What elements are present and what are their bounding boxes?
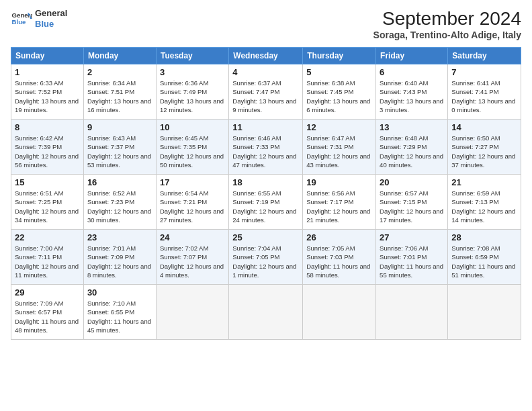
day-info: Sunrise: 7:06 AMSunset: 7:01 PMDaylight:… (380, 244, 444, 279)
day-info: Sunrise: 7:00 AMSunset: 7:11 PMDaylight:… (15, 244, 80, 279)
day-number: 2 (87, 67, 152, 77)
calendar-cell: 8Sunrise: 6:42 AMSunset: 7:39 PMDaylight… (11, 120, 84, 175)
day-number: 26 (306, 232, 372, 242)
day-info: Sunrise: 6:46 AMSunset: 7:33 PMDaylight:… (232, 134, 299, 169)
calendar-cell: 30Sunrise: 7:10 AMSunset: 6:55 PMDayligh… (83, 285, 156, 340)
weekday-header-tuesday: Tuesday (156, 48, 228, 64)
title-block: September 2024 Soraga, Trentino-Alto Adi… (373, 8, 521, 40)
day-info: Sunrise: 6:40 AMSunset: 7:43 PMDaylight:… (380, 79, 444, 114)
day-number: 12 (306, 122, 372, 132)
day-info: Sunrise: 6:50 AMSunset: 7:27 PMDaylight:… (451, 134, 517, 169)
day-number: 3 (160, 67, 225, 77)
calendar-cell (303, 285, 376, 340)
location-title: Soraga, Trentino-Alto Adige, Italy (373, 30, 521, 40)
calendar-cell: 14Sunrise: 6:50 AMSunset: 7:27 PMDayligh… (448, 120, 521, 175)
logo-text: General Blue (35, 8, 67, 29)
weekday-header-friday: Friday (376, 48, 448, 64)
day-number: 23 (87, 232, 152, 242)
day-number: 28 (451, 232, 517, 242)
calendar-cell: 29Sunrise: 7:09 AMSunset: 6:57 PMDayligh… (11, 285, 84, 340)
day-number: 20 (380, 177, 444, 187)
day-info: Sunrise: 7:02 AMSunset: 7:07 PMDaylight:… (160, 244, 225, 279)
calendar-row-3: 15Sunrise: 6:51 AMSunset: 7:25 PMDayligh… (11, 175, 521, 230)
day-info: Sunrise: 6:33 AMSunset: 7:52 PMDaylight:… (15, 79, 80, 114)
day-number: 21 (451, 177, 517, 187)
day-number: 8 (15, 122, 80, 132)
calendar-row-2: 8Sunrise: 6:42 AMSunset: 7:39 PMDaylight… (11, 120, 521, 175)
calendar-cell: 20Sunrise: 6:57 AMSunset: 7:15 PMDayligh… (376, 175, 448, 230)
month-title: September 2024 (373, 8, 521, 30)
day-number: 24 (160, 232, 225, 242)
calendar-cell: 15Sunrise: 6:51 AMSunset: 7:25 PMDayligh… (11, 175, 84, 230)
day-number: 16 (87, 177, 152, 187)
calendar-cell: 24Sunrise: 7:02 AMSunset: 7:07 PMDayligh… (156, 230, 228, 285)
calendar-row-4: 22Sunrise: 7:00 AMSunset: 7:11 PMDayligh… (11, 230, 521, 285)
day-info: Sunrise: 6:34 AMSunset: 7:51 PMDaylight:… (87, 79, 152, 114)
calendar-cell: 1Sunrise: 6:33 AMSunset: 7:52 PMDaylight… (11, 64, 84, 120)
day-number: 30 (87, 287, 152, 298)
weekday-header-row: SundayMondayTuesdayWednesdayThursdayFrid… (11, 48, 521, 64)
day-info: Sunrise: 6:56 AMSunset: 7:17 PMDaylight:… (306, 189, 372, 224)
calendar-cell: 18Sunrise: 6:55 AMSunset: 7:19 PMDayligh… (229, 175, 303, 230)
logo-icon: General Blue (11, 8, 32, 30)
day-number: 15 (15, 177, 80, 187)
svg-text:Blue: Blue (12, 18, 26, 26)
day-info: Sunrise: 6:55 AMSunset: 7:19 PMDaylight:… (232, 189, 299, 224)
day-info: Sunrise: 7:01 AMSunset: 7:09 PMDaylight:… (87, 244, 152, 279)
calendar-cell: 4Sunrise: 6:37 AMSunset: 7:47 PMDaylight… (229, 64, 303, 120)
day-number: 10 (160, 122, 225, 132)
page: General Blue General Blue September 2024… (0, 0, 532, 411)
calendar-cell: 12Sunrise: 6:47 AMSunset: 7:31 PMDayligh… (303, 120, 376, 175)
weekday-header-saturday: Saturday (448, 48, 521, 64)
calendar-cell (448, 285, 521, 340)
day-info: Sunrise: 7:04 AMSunset: 7:05 PMDaylight:… (232, 244, 299, 279)
calendar-cell: 22Sunrise: 7:00 AMSunset: 7:11 PMDayligh… (11, 230, 84, 285)
day-info: Sunrise: 7:08 AMSunset: 6:59 PMDaylight:… (451, 244, 517, 279)
calendar-cell: 28Sunrise: 7:08 AMSunset: 6:59 PMDayligh… (448, 230, 521, 285)
day-info: Sunrise: 6:37 AMSunset: 7:47 PMDaylight:… (232, 79, 299, 114)
calendar-cell: 26Sunrise: 7:05 AMSunset: 7:03 PMDayligh… (303, 230, 376, 285)
day-info: Sunrise: 6:59 AMSunset: 7:13 PMDaylight:… (451, 189, 517, 224)
day-info: Sunrise: 6:57 AMSunset: 7:15 PMDaylight:… (380, 189, 444, 224)
day-info: Sunrise: 6:47 AMSunset: 7:31 PMDaylight:… (306, 134, 372, 169)
day-number: 5 (306, 67, 372, 77)
day-info: Sunrise: 6:42 AMSunset: 7:39 PMDaylight:… (15, 134, 80, 169)
calendar-cell (156, 285, 228, 340)
day-number: 13 (380, 122, 444, 132)
calendar-cell: 19Sunrise: 6:56 AMSunset: 7:17 PMDayligh… (303, 175, 376, 230)
day-number: 22 (15, 232, 80, 242)
calendar-row-1: 1Sunrise: 6:33 AMSunset: 7:52 PMDaylight… (11, 64, 521, 120)
calendar-cell: 23Sunrise: 7:01 AMSunset: 7:09 PMDayligh… (83, 230, 156, 285)
calendar-cell: 5Sunrise: 6:38 AMSunset: 7:45 PMDaylight… (303, 64, 376, 120)
calendar-cell: 17Sunrise: 6:54 AMSunset: 7:21 PMDayligh… (156, 175, 228, 230)
calendar-row-5: 29Sunrise: 7:09 AMSunset: 6:57 PMDayligh… (11, 285, 521, 340)
calendar-cell: 3Sunrise: 6:36 AMSunset: 7:49 PMDaylight… (156, 64, 228, 120)
calendar-cell: 10Sunrise: 6:45 AMSunset: 7:35 PMDayligh… (156, 120, 228, 175)
calendar-cell: 21Sunrise: 6:59 AMSunset: 7:13 PMDayligh… (448, 175, 521, 230)
calendar-cell: 11Sunrise: 6:46 AMSunset: 7:33 PMDayligh… (229, 120, 303, 175)
day-number: 4 (232, 67, 299, 77)
day-number: 17 (160, 177, 225, 187)
calendar-cell (229, 285, 303, 340)
day-number: 6 (380, 67, 444, 77)
day-info: Sunrise: 6:51 AMSunset: 7:25 PMDaylight:… (15, 189, 80, 224)
day-number: 14 (451, 122, 517, 132)
calendar-body: 1Sunrise: 6:33 AMSunset: 7:52 PMDaylight… (11, 64, 521, 340)
weekday-header-monday: Monday (83, 48, 156, 64)
weekday-header-sunday: Sunday (11, 48, 84, 64)
calendar-cell: 6Sunrise: 6:40 AMSunset: 7:43 PMDaylight… (376, 64, 448, 120)
day-info: Sunrise: 6:41 AMSunset: 7:41 PMDaylight:… (451, 79, 517, 114)
day-info: Sunrise: 6:38 AMSunset: 7:45 PMDaylight:… (306, 79, 372, 114)
calendar-cell: 16Sunrise: 6:52 AMSunset: 7:23 PMDayligh… (83, 175, 156, 230)
day-info: Sunrise: 6:36 AMSunset: 7:49 PMDaylight:… (160, 79, 225, 114)
day-number: 11 (232, 122, 299, 132)
day-number: 19 (306, 177, 372, 187)
day-number: 27 (380, 232, 444, 242)
calendar-cell: 25Sunrise: 7:04 AMSunset: 7:05 PMDayligh… (229, 230, 303, 285)
day-info: Sunrise: 6:43 AMSunset: 7:37 PMDaylight:… (87, 134, 152, 169)
calendar-table: SundayMondayTuesdayWednesdayThursdayFrid… (11, 47, 521, 340)
day-number: 18 (232, 177, 299, 187)
day-info: Sunrise: 6:48 AMSunset: 7:29 PMDaylight:… (380, 134, 444, 169)
day-info: Sunrise: 7:05 AMSunset: 7:03 PMDaylight:… (306, 244, 372, 279)
day-number: 25 (232, 232, 299, 242)
